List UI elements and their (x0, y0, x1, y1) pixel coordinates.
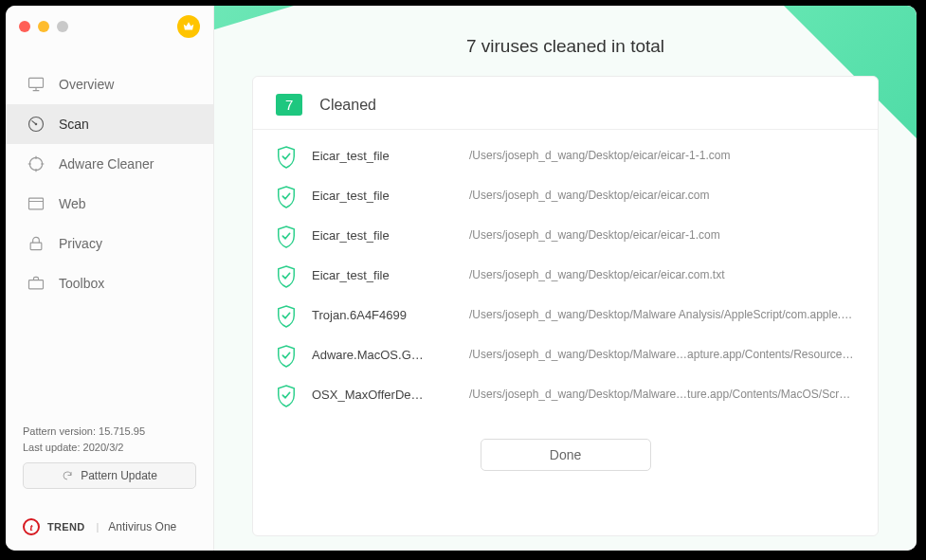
brand-text: TREND (47, 521, 84, 533)
sidebar-nav: Overview Scan Adware Cleaner Web (6, 47, 213, 303)
sidebar-footer: Pattern version: 15.715.95 Last update: … (6, 424, 213, 551)
svg-point-4 (35, 123, 38, 126)
threat-name: Eicar_test_file (312, 189, 454, 203)
close-button[interactable] (19, 21, 30, 32)
monitor-icon (27, 75, 45, 94)
sidebar-item-label: Web (59, 196, 86, 211)
sidebar-item-label: Privacy (59, 236, 102, 251)
browser-icon (27, 194, 45, 213)
trend-micro-logo-icon (23, 518, 40, 535)
threat-name: OSX_MaxOfferDe… (312, 388, 454, 402)
done-button[interactable]: Done (481, 439, 651, 471)
svg-rect-0 (29, 78, 44, 87)
minimize-button[interactable] (38, 21, 49, 32)
pattern-update-label: Pattern Update (81, 469, 157, 482)
product-name: Antivirus One (108, 520, 176, 533)
maximize-button[interactable] (57, 21, 68, 32)
shield-check-icon (276, 225, 297, 245)
briefcase-icon (27, 274, 45, 293)
threat-path: /Users/joseph_d_wang/Desktop/Malware…tur… (469, 388, 855, 401)
sidebar-item-label: Scan (59, 117, 89, 132)
sidebar-item-privacy[interactable]: Privacy (6, 224, 213, 263)
result-row[interactable]: OSX_MaxOfferDe…/Users/joseph_d_wang/Desk… (276, 374, 855, 414)
premium-badge-icon[interactable] (177, 15, 200, 38)
page-title: 7 viruses cleaned in total (214, 6, 917, 76)
threat-path: /Users/joseph_d_wang/Desktop/Malware Ana… (469, 308, 855, 321)
pattern-info: Pattern version: 15.715.95 Last update: … (23, 424, 196, 455)
sidebar-item-label: Adware Cleaner (59, 156, 154, 172)
result-row[interactable]: Eicar_test_file/Users/joseph_d_wang/Desk… (276, 135, 855, 175)
results-card: 7 Cleaned Eicar_test_file/Users/joseph_d… (252, 76, 879, 536)
sidebar: Overview Scan Adware Cleaner Web (6, 6, 214, 551)
result-row[interactable]: Trojan.6A4F4699/Users/joseph_d_wang/Desk… (276, 295, 855, 334)
shield-check-icon (276, 145, 297, 166)
shield-check-icon (276, 344, 297, 365)
sidebar-item-toolbox[interactable]: Toolbox (6, 263, 213, 303)
shield-check-icon (276, 304, 297, 325)
pattern-version-text: Pattern version: 15.715.95 (23, 424, 196, 440)
shield-check-icon (276, 185, 297, 206)
results-list: Eicar_test_file/Users/joseph_d_wang/Desk… (253, 130, 878, 414)
result-row[interactable]: Eicar_test_file/Users/joseph_d_wang/Desk… (276, 255, 855, 295)
svg-rect-13 (29, 280, 44, 289)
titlebar (6, 6, 213, 47)
lock-icon (27, 234, 45, 253)
threat-name: Eicar_test_file (312, 268, 454, 282)
shield-check-icon (276, 264, 297, 285)
sidebar-item-label: Overview (59, 77, 114, 92)
sidebar-item-adware-cleaner[interactable]: Adware Cleaner (6, 144, 213, 184)
threat-name: Eicar_test_file (312, 149, 454, 163)
brand-row: TREND | Antivirus One (23, 508, 196, 535)
threat-path: /Users/joseph_d_wang/Desktop/Malware…apt… (469, 348, 855, 361)
result-row[interactable]: Eicar_test_file/Users/joseph_d_wang/Desk… (276, 175, 855, 215)
threat-name: Eicar_test_file (312, 228, 454, 243)
svg-rect-12 (30, 243, 42, 250)
app-window: Overview Scan Adware Cleaner Web (6, 6, 917, 551)
count-badge: 7 (276, 94, 302, 116)
svg-point-5 (29, 157, 42, 170)
svg-rect-10 (29, 198, 44, 209)
result-row[interactable]: Adware.MacOS.G…/Users/joseph_d_wang/Desk… (276, 334, 855, 374)
target-icon (27, 154, 45, 173)
card-status-label: Cleaned (319, 97, 376, 114)
refresh-icon (62, 470, 73, 481)
threat-path: /Users/joseph_d_wang/Desktop/eicar/eicar… (469, 149, 855, 162)
main-content: 7 viruses cleaned in total 7 Cleaned Eic… (214, 6, 917, 551)
sidebar-item-overview[interactable]: Overview (6, 64, 213, 104)
threat-path: /Users/joseph_d_wang/Desktop/eicar/eicar… (469, 228, 855, 242)
threat-path: /Users/joseph_d_wang/Desktop/eicar/eicar… (469, 268, 855, 281)
card-header: 7 Cleaned (253, 77, 878, 130)
gauge-icon (27, 115, 45, 134)
brand-separator: | (96, 521, 99, 533)
sidebar-item-web[interactable]: Web (6, 184, 213, 224)
threat-name: Trojan.6A4F4699 (312, 308, 454, 322)
shield-check-icon (276, 384, 297, 405)
threat-name: Adware.MacOS.G… (312, 348, 454, 362)
pattern-update-button[interactable]: Pattern Update (23, 462, 196, 489)
result-row[interactable]: Eicar_test_file/Users/joseph_d_wang/Desk… (276, 215, 855, 255)
last-update-text: Last update: 2020/3/2 (23, 440, 196, 456)
sidebar-item-scan[interactable]: Scan (6, 104, 213, 144)
sidebar-item-label: Toolbox (59, 276, 104, 291)
threat-path: /Users/joseph_d_wang/Desktop/eicar/eicar… (469, 189, 855, 202)
window-controls (19, 21, 68, 32)
